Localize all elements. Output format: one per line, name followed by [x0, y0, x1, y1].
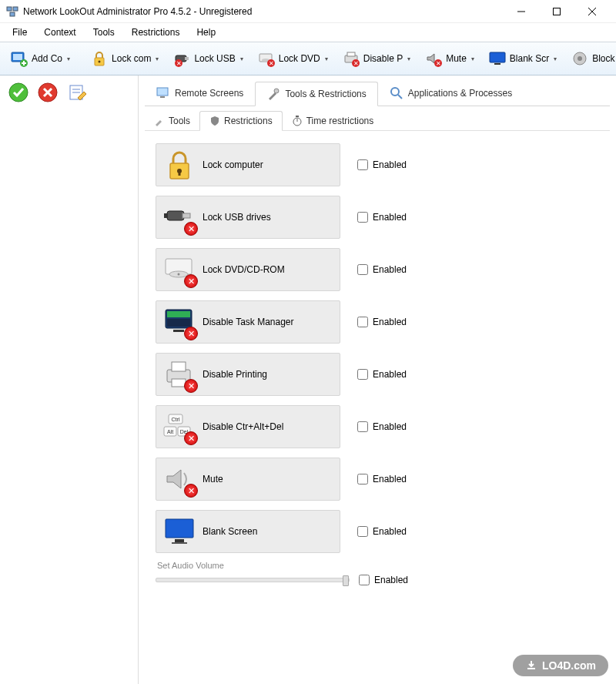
enabled-label: Enabled: [373, 369, 407, 380]
subtab-label: Restrictions: [224, 116, 273, 126]
restriction-label: Mute: [203, 474, 223, 484]
toolbar-label: Disable P: [363, 53, 403, 64]
svg-rect-71: [172, 542, 187, 544]
watermark-text: LO4D.com: [542, 659, 596, 672]
toolbar-lock-usb[interactable]: ✕ Lock USB▾: [167, 47, 248, 70]
restriction-enabled-checkbox[interactable]: Enabled: [357, 212, 407, 223]
sidebar-cancel-icon[interactable]: [37, 82, 59, 103]
svg-rect-61: [172, 362, 186, 371]
sidebar-accept-icon[interactable]: [8, 82, 29, 103]
subtab-time-restrictions[interactable]: Time restrictions: [283, 111, 383, 130]
tools-icon: [266, 87, 280, 101]
toolbar-label: Lock USB: [194, 53, 235, 64]
svg-rect-29: [494, 63, 500, 65]
toolbar-blank-screen[interactable]: Blank Scr▾: [483, 47, 562, 70]
menu-file[interactable]: File: [5, 25, 35, 40]
minimize-button[interactable]: [504, 0, 539, 23]
svg-rect-8: [13, 54, 22, 60]
main-tabs: Remote Screens Tools & Restrictions Appl…: [145, 80, 610, 106]
restriction-card-disable-taskmgr[interactable]: ✕ Disable Task Manager: [156, 300, 340, 344]
svg-text:Alt: Alt: [167, 429, 173, 434]
menu-help[interactable]: Help: [189, 25, 223, 40]
toolbar-block-app[interactable]: Block App: [565, 47, 616, 70]
audio-volume-slider[interactable]: [156, 578, 350, 582]
restriction-row: ✕ Lock DVD/CD-ROM Enabled: [156, 246, 604, 293]
toolbar-lock-computer[interactable]: Lock com▾: [85, 47, 164, 70]
toolbar-add-computer[interactable]: Add Co▾: [5, 47, 75, 70]
svg-rect-50: [167, 211, 184, 220]
audio-volume-label: Set Audio Volume: [157, 561, 604, 570]
stopwatch-icon: [292, 116, 303, 126]
window-title: Network LookOut Administrator Pro 4.5.2 …: [23, 6, 504, 17]
svg-point-13: [99, 61, 101, 63]
tab-remote-screens[interactable]: Remote Screens: [145, 81, 255, 106]
svg-rect-57: [167, 311, 190, 317]
slider-thumb[interactable]: [343, 575, 349, 586]
dvd-x-icon: ✕: [162, 253, 196, 287]
svg-text:✕: ✕: [176, 60, 182, 67]
x-badge-icon: ✕: [184, 484, 198, 498]
restriction-card-mute[interactable]: ✕ Mute: [156, 458, 340, 501]
lock-big-icon: [162, 148, 196, 182]
usb-lock-icon: ✕: [172, 49, 191, 68]
svg-point-41: [274, 89, 279, 93]
restriction-row: CtrlAltDel ✕ Disable Ctr+Alt+Del Enabled: [156, 404, 604, 450]
enabled-label: Enabled: [373, 159, 407, 170]
search-icon: [390, 86, 403, 100]
menu-restrictions[interactable]: Restrictions: [124, 25, 188, 40]
keys-x-icon: CtrlAltDel ✕: [162, 410, 196, 444]
svg-text:✕: ✕: [268, 60, 273, 67]
window-controls: [504, 0, 610, 23]
audio-enabled-checkbox[interactable]: Enabled: [359, 575, 408, 585]
svg-line-43: [398, 95, 402, 99]
dvd-lock-icon: ✕: [257, 49, 276, 68]
enabled-label: Enabled: [373, 474, 407, 484]
sidebar-edit-icon[interactable]: [66, 82, 88, 103]
toolbar-label: Block App: [592, 53, 616, 64]
enabled-label: Enabled: [373, 526, 407, 537]
restriction-card-lock-computer[interactable]: Lock computer: [156, 143, 340, 186]
content-area: Remote Screens Tools & Restrictions Appl…: [139, 75, 616, 684]
x-badge-icon: ✕: [184, 379, 198, 393]
toolbar-label: Add Co: [32, 53, 62, 64]
restriction-card-lock-usb[interactable]: ✕ Lock USB drives: [156, 196, 340, 239]
enabled-label: Enabled: [373, 317, 407, 327]
restriction-card-disable-printing[interactable]: ✕ Disable Printing: [156, 353, 340, 396]
toolbar-lock-dvd[interactable]: ✕ Lock DVD▾: [252, 47, 333, 70]
restriction-card-lock-dvd[interactable]: ✕ Lock DVD/CD-ROM: [156, 248, 340, 291]
close-button[interactable]: [574, 0, 610, 23]
x-badge-icon: ✕: [184, 274, 198, 288]
tab-tools-restrictions[interactable]: Tools & Restrictions: [255, 82, 377, 106]
svg-rect-0: [7, 7, 12, 11]
restriction-enabled-checkbox[interactable]: Enabled: [357, 317, 407, 327]
chevron-down-icon: ▾: [407, 55, 410, 62]
menu-tools[interactable]: Tools: [85, 25, 122, 40]
subtab-restrictions[interactable]: Restrictions: [199, 111, 283, 131]
restriction-card-disable-ctrlaltdel[interactable]: CtrlAltDel ✕ Disable Ctr+Alt+Del: [156, 405, 340, 448]
svg-rect-59: [173, 330, 184, 332]
restriction-enabled-checkbox[interactable]: Enabled: [357, 264, 407, 275]
toolbar-mute[interactable]: ✕ Mute▾: [419, 47, 480, 70]
restriction-label: Lock computer: [203, 159, 263, 170]
restriction-row: ✕ Disable Printing Enabled: [156, 351, 604, 397]
restriction-enabled-checkbox[interactable]: Enabled: [357, 421, 407, 432]
toolbar-disable-printing[interactable]: ✕ Disable P▾: [336, 47, 416, 70]
restriction-enabled-checkbox[interactable]: Enabled: [357, 474, 407, 484]
tab-applications-processes[interactable]: Applications & Processes: [378, 81, 524, 106]
subtab-tools[interactable]: Tools: [145, 111, 199, 130]
svg-text:✕: ✕: [353, 60, 358, 67]
chevron-down-icon: ▾: [240, 55, 243, 62]
restriction-enabled-checkbox[interactable]: Enabled: [357, 159, 407, 170]
svg-rect-2: [10, 12, 15, 16]
svg-rect-23: [347, 52, 355, 56]
maximize-button[interactable]: [539, 0, 574, 23]
restriction-label: Blank Screen: [203, 526, 257, 537]
restriction-enabled-checkbox[interactable]: Enabled: [357, 369, 407, 380]
restriction-enabled-checkbox[interactable]: Enabled: [357, 526, 407, 537]
svg-rect-52: [164, 213, 168, 218]
restriction-card-blank-screen[interactable]: Blank Screen: [156, 510, 340, 553]
restriction-row: Blank Screen Enabled: [156, 508, 604, 555]
menu-context[interactable]: Context: [36, 25, 83, 40]
download-icon: [525, 659, 537, 672]
app-icon: [6, 5, 18, 18]
